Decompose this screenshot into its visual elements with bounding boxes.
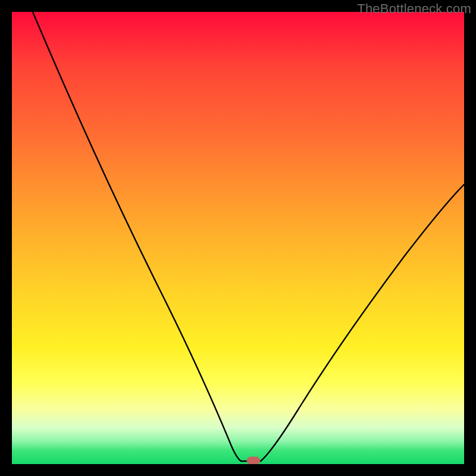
bottleneck-curve <box>12 12 464 464</box>
plot-area <box>12 12 464 464</box>
optimum-marker <box>247 457 260 464</box>
watermark-text: TheBottleneck.com <box>357 1 471 17</box>
chart-frame: TheBottleneck.com <box>0 0 476 476</box>
curve-path <box>33 12 464 461</box>
